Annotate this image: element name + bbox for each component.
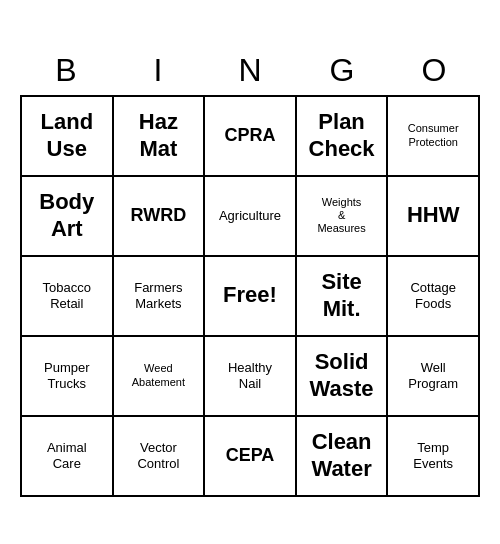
bingo-cell-7: Agriculture [205, 177, 297, 257]
bingo-cell-18: SolidWaste [297, 337, 389, 417]
cell-text-11: FarmersMarkets [134, 280, 182, 311]
bingo-cell-17: HealthyNail [205, 337, 297, 417]
cell-text-14: CottageFoods [410, 280, 456, 311]
bingo-cell-5: BodyArt [22, 177, 114, 257]
bingo-cell-22: CEPA [205, 417, 297, 497]
bingo-cell-0: LandUse [22, 97, 114, 177]
cell-text-10: TobaccoRetail [43, 280, 91, 311]
bingo-cell-2: CPRA [205, 97, 297, 177]
cell-text-6: RWRD [131, 205, 187, 227]
bingo-cell-6: RWRD [114, 177, 206, 257]
header-letter-B: B [20, 48, 112, 93]
bingo-cell-20: AnimalCare [22, 417, 114, 497]
bingo-cell-24: TempEvents [388, 417, 480, 497]
bingo-cell-13: SiteMit. [297, 257, 389, 337]
cell-text-23: CleanWater [311, 429, 371, 482]
cell-text-20: AnimalCare [47, 440, 87, 471]
cell-text-9: HHW [407, 202, 460, 228]
cell-text-19: WellProgram [408, 360, 458, 391]
header-letter-I: I [112, 48, 204, 93]
header-letter-G: G [296, 48, 388, 93]
cell-text-17: HealthyNail [228, 360, 272, 391]
bingo-cell-15: PumperTrucks [22, 337, 114, 417]
header-letter-N: N [204, 48, 296, 93]
cell-text-18: SolidWaste [310, 349, 374, 402]
bingo-cell-23: CleanWater [297, 417, 389, 497]
cell-text-5: BodyArt [39, 189, 94, 242]
bingo-cell-1: HazMat [114, 97, 206, 177]
cell-text-13: SiteMit. [321, 269, 361, 322]
cell-text-4: ConsumerProtection [408, 122, 459, 148]
bingo-cell-12: Free! [205, 257, 297, 337]
bingo-cell-14: CottageFoods [388, 257, 480, 337]
bingo-cell-9: HHW [388, 177, 480, 257]
cell-text-22: CEPA [226, 445, 275, 467]
cell-text-8: Weights&Measures [317, 196, 365, 236]
bingo-cell-11: FarmersMarkets [114, 257, 206, 337]
cell-text-12: Free! [223, 282, 277, 308]
cell-text-7: Agriculture [219, 208, 281, 224]
cell-text-21: VectorControl [137, 440, 179, 471]
bingo-header: BINGO [20, 48, 480, 93]
cell-text-3: PlanCheck [309, 109, 375, 162]
bingo-cell-4: ConsumerProtection [388, 97, 480, 177]
bingo-cell-10: TobaccoRetail [22, 257, 114, 337]
cell-text-24: TempEvents [413, 440, 453, 471]
bingo-card: BINGO LandUseHazMatCPRAPlanCheckConsumer… [20, 48, 480, 497]
cell-text-15: PumperTrucks [44, 360, 90, 391]
bingo-cell-16: WeedAbatement [114, 337, 206, 417]
cell-text-16: WeedAbatement [132, 362, 185, 388]
header-letter-O: O [388, 48, 480, 93]
bingo-cell-8: Weights&Measures [297, 177, 389, 257]
cell-text-1: HazMat [139, 109, 178, 162]
bingo-grid: LandUseHazMatCPRAPlanCheckConsumerProtec… [20, 95, 480, 497]
bingo-cell-3: PlanCheck [297, 97, 389, 177]
cell-text-0: LandUse [41, 109, 94, 162]
bingo-cell-19: WellProgram [388, 337, 480, 417]
bingo-cell-21: VectorControl [114, 417, 206, 497]
cell-text-2: CPRA [224, 125, 275, 147]
